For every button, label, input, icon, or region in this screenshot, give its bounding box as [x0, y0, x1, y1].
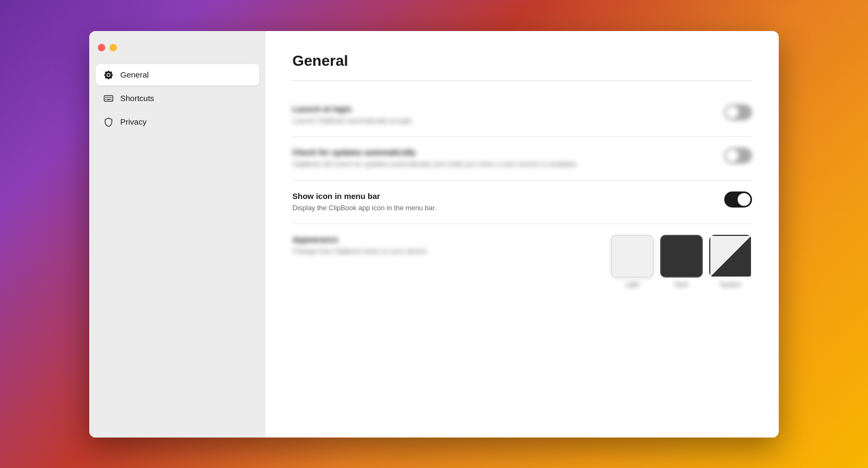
keyboard-icon [103, 93, 114, 104]
appearance-text: Appearance Change how ClipBook looks on … [292, 235, 611, 257]
launch-at-login-text: Launch at login Launch ClipBook automati… [292, 104, 724, 126]
appearance-row: Appearance Change how ClipBook looks on … [292, 224, 752, 299]
system-theme-thumb [709, 235, 752, 278]
launch-at-login-track [724, 104, 752, 120]
svg-rect-5 [105, 98, 106, 99]
check-updates-track [724, 148, 752, 164]
dark-theme-thumb [660, 235, 703, 278]
appearance-thumbnails: Light Dark System [611, 235, 752, 288]
sidebar-item-general-label: General [120, 70, 149, 79]
appearance-label: Appearance [292, 235, 590, 244]
check-updates-row: Check for updates automatically ClipBook… [292, 136, 752, 180]
sidebar-item-privacy[interactable]: Privacy [96, 111, 259, 133]
show-menu-bar-text: Show icon in menu bar Display the ClipBo… [292, 191, 724, 213]
launch-at-login-toggle[interactable] [724, 104, 752, 120]
sidebar: General Shortcuts [89, 31, 266, 438]
main-content: General Launch at login Launch ClipBook … [266, 31, 779, 438]
sidebar-item-general[interactable]: General [96, 64, 259, 86]
launch-at-login-label: Launch at login [292, 104, 703, 113]
shield-icon [103, 117, 114, 127]
show-menu-bar-track [724, 191, 752, 208]
appearance-system-option[interactable]: System [709, 235, 752, 288]
svg-rect-3 [108, 97, 110, 98]
minimize-button[interactable] [110, 44, 117, 51]
launch-at-login-description: Launch ClipBook automatically at login. [292, 116, 703, 126]
show-menu-bar-thumb [738, 193, 750, 206]
show-menu-bar-toggle[interactable] [724, 191, 752, 208]
light-theme-thumb [611, 235, 654, 278]
light-theme-label: Light [625, 281, 639, 288]
page-title: General [292, 52, 752, 70]
svg-rect-6 [107, 98, 110, 99]
gear-icon [103, 70, 114, 80]
svg-rect-7 [111, 98, 112, 99]
show-menu-bar-row: Show icon in menu bar Display the ClipBo… [292, 180, 752, 224]
sidebar-item-shortcuts[interactable]: Shortcuts [96, 88, 259, 109]
sidebar-item-shortcuts-label: Shortcuts [120, 94, 154, 103]
appearance-dark-option[interactable]: Dark [660, 235, 703, 288]
sidebar-item-privacy-label: Privacy [120, 117, 146, 126]
window-controls [96, 40, 259, 62]
title-divider [292, 80, 752, 81]
system-theme-label: System [720, 281, 741, 288]
launch-at-login-row: Launch at login Launch ClipBook automati… [292, 94, 752, 137]
show-menu-bar-description: Display the ClipBook app icon in the men… [292, 203, 703, 213]
check-updates-description: ClipBook will check for updates automati… [292, 159, 703, 170]
check-updates-thumb [726, 149, 739, 162]
show-menu-bar-label: Show icon in menu bar [292, 191, 703, 201]
check-updates-toggle[interactable] [724, 148, 752, 164]
app-window: General Shortcuts [89, 31, 779, 438]
svg-rect-2 [107, 97, 108, 98]
svg-rect-1 [105, 97, 106, 98]
check-updates-text: Check for updates automatically ClipBook… [292, 148, 724, 170]
close-button[interactable] [98, 44, 105, 51]
check-updates-label: Check for updates automatically [292, 148, 703, 157]
appearance-description: Change how ClipBook looks on your device… [292, 246, 590, 257]
svg-rect-4 [111, 97, 112, 98]
svg-rect-0 [104, 95, 113, 101]
launch-at-login-thumb [726, 106, 739, 119]
dark-theme-label: Dark [675, 281, 688, 288]
appearance-light-option[interactable]: Light [611, 235, 654, 288]
